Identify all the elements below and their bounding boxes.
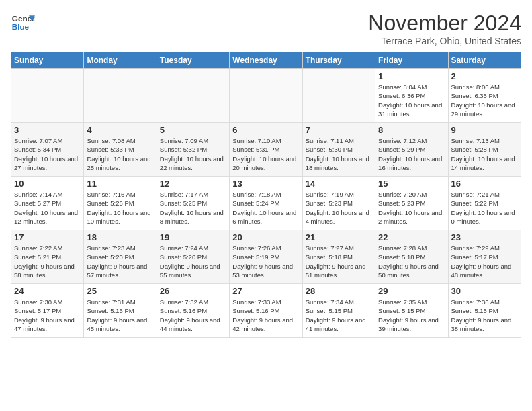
day-info: Sunrise: 7:19 AM Sunset: 5:23 PM Dayligh… [306, 190, 372, 226]
day-number: 23 [451, 232, 518, 242]
day-cell: 27Sunrise: 7:33 AM Sunset: 5:16 PM Dayli… [230, 284, 302, 338]
day-info: Sunrise: 8:06 AM Sunset: 6:35 PM Dayligh… [451, 83, 518, 118]
day-number: 5 [160, 125, 226, 135]
day-cell: 16Sunrise: 7:21 AM Sunset: 5:22 PM Dayli… [448, 177, 521, 230]
day-number: 6 [232, 125, 299, 135]
month-title: November 2024 [368, 11, 521, 36]
day-cell: 30Sunrise: 7:36 AM Sunset: 5:15 PM Dayli… [448, 284, 521, 338]
day-cell: 4Sunrise: 7:08 AM Sunset: 5:33 PM Daylig… [84, 123, 157, 177]
week-row-1: 1Sunrise: 8:04 AM Sunset: 6:36 PM Daylig… [11, 69, 521, 123]
day-info: Sunrise: 7:12 AM Sunset: 5:29 PM Dayligh… [378, 136, 445, 172]
day-number: 2 [451, 71, 518, 81]
day-number: 12 [160, 179, 226, 189]
day-number: 7 [306, 125, 372, 135]
logo: General Blue [11, 11, 35, 35]
day-cell [84, 69, 157, 123]
day-info: Sunrise: 7:29 AM Sunset: 5:17 PM Dayligh… [451, 244, 518, 279]
day-header-wednesday: Wednesday [230, 52, 302, 69]
day-info: Sunrise: 7:17 AM Sunset: 5:25 PM Dayligh… [160, 190, 226, 226]
day-info: Sunrise: 7:21 AM Sunset: 5:22 PM Dayligh… [451, 190, 518, 226]
day-cell: 17Sunrise: 7:22 AM Sunset: 5:21 PM Dayli… [11, 230, 84, 284]
week-row-3: 10Sunrise: 7:14 AM Sunset: 5:27 PM Dayli… [11, 177, 521, 230]
day-info: Sunrise: 7:16 AM Sunset: 5:26 PM Dayligh… [87, 190, 153, 226]
day-number: 19 [160, 232, 226, 242]
day-cell: 24Sunrise: 7:30 AM Sunset: 5:17 PM Dayli… [11, 284, 84, 338]
day-number: 27 [232, 286, 299, 296]
day-number: 15 [378, 179, 445, 189]
day-number: 25 [87, 286, 153, 296]
day-number: 22 [378, 232, 445, 242]
header-row: SundayMondayTuesdayWednesdayThursdayFrid… [11, 52, 521, 69]
day-number: 3 [14, 125, 81, 135]
day-info: Sunrise: 7:07 AM Sunset: 5:34 PM Dayligh… [14, 136, 81, 172]
day-cell: 2Sunrise: 8:06 AM Sunset: 6:35 PM Daylig… [448, 69, 521, 123]
day-cell: 23Sunrise: 7:29 AM Sunset: 5:17 PM Dayli… [448, 230, 521, 284]
day-info: Sunrise: 7:11 AM Sunset: 5:30 PM Dayligh… [306, 136, 372, 172]
day-info: Sunrise: 7:33 AM Sunset: 5:16 PM Dayligh… [232, 298, 299, 333]
day-cell: 26Sunrise: 7:32 AM Sunset: 5:16 PM Dayli… [157, 284, 229, 338]
day-info: Sunrise: 7:20 AM Sunset: 5:23 PM Dayligh… [378, 190, 445, 226]
day-number: 28 [306, 286, 372, 296]
day-cell [230, 69, 302, 123]
day-number: 17 [14, 232, 81, 242]
day-info: Sunrise: 7:28 AM Sunset: 5:18 PM Dayligh… [378, 244, 445, 279]
day-cell: 19Sunrise: 7:24 AM Sunset: 5:20 PM Dayli… [157, 230, 229, 284]
day-cell: 29Sunrise: 7:35 AM Sunset: 5:15 PM Dayli… [375, 284, 448, 338]
day-cell: 21Sunrise: 7:27 AM Sunset: 5:18 PM Dayli… [302, 230, 375, 284]
day-cell: 25Sunrise: 7:31 AM Sunset: 5:16 PM Dayli… [84, 284, 157, 338]
day-info: Sunrise: 7:34 AM Sunset: 5:15 PM Dayligh… [306, 298, 372, 333]
day-number: 30 [451, 286, 518, 296]
day-cell: 12Sunrise: 7:17 AM Sunset: 5:25 PM Dayli… [157, 177, 229, 230]
day-number: 1 [378, 71, 445, 81]
day-info: Sunrise: 7:22 AM Sunset: 5:21 PM Dayligh… [14, 244, 81, 279]
day-info: Sunrise: 7:18 AM Sunset: 5:24 PM Dayligh… [232, 190, 299, 226]
title-block: November 2024 Terrace Park, Ohio, United… [368, 11, 521, 46]
day-info: Sunrise: 7:23 AM Sunset: 5:20 PM Dayligh… [87, 244, 153, 279]
day-header-sunday: Sunday [11, 52, 84, 69]
day-cell: 8Sunrise: 7:12 AM Sunset: 5:29 PM Daylig… [375, 123, 448, 177]
week-row-4: 17Sunrise: 7:22 AM Sunset: 5:21 PM Dayli… [11, 230, 521, 284]
day-number: 18 [87, 232, 153, 242]
day-cell [302, 69, 375, 123]
day-info: Sunrise: 7:27 AM Sunset: 5:18 PM Dayligh… [306, 244, 372, 279]
day-header-thursday: Thursday [302, 52, 375, 69]
day-cell: 13Sunrise: 7:18 AM Sunset: 5:24 PM Dayli… [230, 177, 302, 230]
day-number: 21 [306, 232, 372, 242]
day-cell: 18Sunrise: 7:23 AM Sunset: 5:20 PM Dayli… [84, 230, 157, 284]
day-info: Sunrise: 7:09 AM Sunset: 5:32 PM Dayligh… [160, 136, 226, 172]
day-number: 4 [87, 125, 153, 135]
day-info: Sunrise: 7:14 AM Sunset: 5:27 PM Dayligh… [14, 190, 81, 226]
day-number: 24 [14, 286, 81, 296]
day-info: Sunrise: 7:08 AM Sunset: 5:33 PM Dayligh… [87, 136, 153, 172]
day-cell: 11Sunrise: 7:16 AM Sunset: 5:26 PM Dayli… [84, 177, 157, 230]
day-info: Sunrise: 7:30 AM Sunset: 5:17 PM Dayligh… [14, 298, 81, 333]
day-info: Sunrise: 7:13 AM Sunset: 5:28 PM Dayligh… [451, 136, 518, 172]
day-info: Sunrise: 7:10 AM Sunset: 5:31 PM Dayligh… [232, 136, 299, 172]
week-row-2: 3Sunrise: 7:07 AM Sunset: 5:34 PM Daylig… [11, 123, 521, 177]
day-cell: 1Sunrise: 8:04 AM Sunset: 6:36 PM Daylig… [375, 69, 448, 123]
day-info: Sunrise: 7:32 AM Sunset: 5:16 PM Dayligh… [160, 298, 226, 333]
logo-icon: General Blue [11, 11, 35, 35]
day-cell: 5Sunrise: 7:09 AM Sunset: 5:32 PM Daylig… [157, 123, 229, 177]
day-info: Sunrise: 7:24 AM Sunset: 5:20 PM Dayligh… [160, 244, 226, 279]
day-cell: 3Sunrise: 7:07 AM Sunset: 5:34 PM Daylig… [11, 123, 84, 177]
day-info: Sunrise: 7:26 AM Sunset: 5:19 PM Dayligh… [232, 244, 299, 279]
day-info: Sunrise: 7:31 AM Sunset: 5:16 PM Dayligh… [87, 298, 153, 333]
day-cell [11, 69, 84, 123]
day-cell: 6Sunrise: 7:10 AM Sunset: 5:31 PM Daylig… [230, 123, 302, 177]
day-header-friday: Friday [375, 52, 448, 69]
day-info: Sunrise: 7:35 AM Sunset: 5:15 PM Dayligh… [378, 298, 445, 333]
day-cell: 15Sunrise: 7:20 AM Sunset: 5:23 PM Dayli… [375, 177, 448, 230]
day-number: 16 [451, 179, 518, 189]
day-cell: 14Sunrise: 7:19 AM Sunset: 5:23 PM Dayli… [302, 177, 375, 230]
day-header-monday: Monday [84, 52, 157, 69]
day-info: Sunrise: 7:36 AM Sunset: 5:15 PM Dayligh… [451, 298, 518, 333]
day-cell: 9Sunrise: 7:13 AM Sunset: 5:28 PM Daylig… [448, 123, 521, 177]
day-number: 11 [87, 179, 153, 189]
day-cell [157, 69, 229, 123]
day-cell: 10Sunrise: 7:14 AM Sunset: 5:27 PM Dayli… [11, 177, 84, 230]
day-number: 9 [451, 125, 518, 135]
day-number: 26 [160, 286, 226, 296]
day-cell: 22Sunrise: 7:28 AM Sunset: 5:18 PM Dayli… [375, 230, 448, 284]
day-cell: 20Sunrise: 7:26 AM Sunset: 5:19 PM Dayli… [230, 230, 302, 284]
